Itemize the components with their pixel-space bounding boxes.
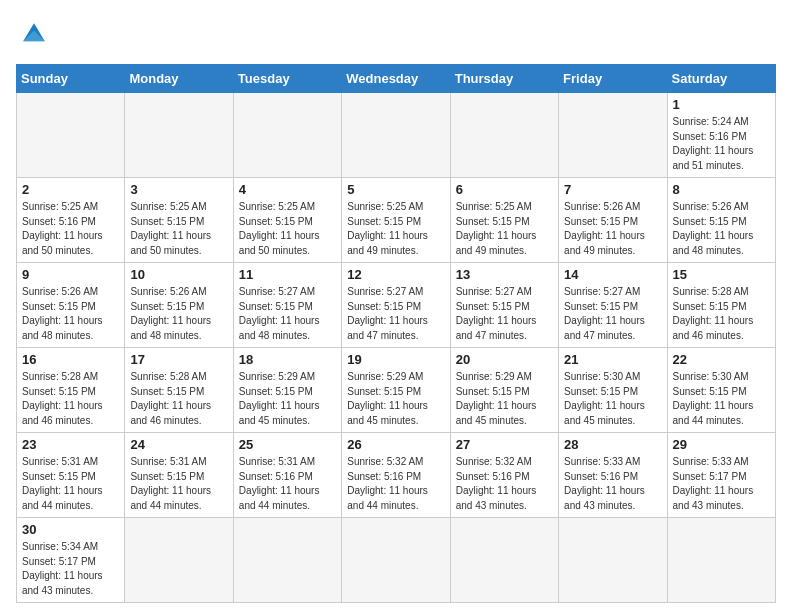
day-info: Sunrise: 5:25 AMSunset: 5:15 PMDaylight:… (130, 200, 227, 258)
day-info: Sunrise: 5:29 AMSunset: 5:15 PMDaylight:… (239, 370, 336, 428)
calendar-cell: 13Sunrise: 5:27 AMSunset: 5:15 PMDayligh… (450, 263, 558, 348)
day-info: Sunrise: 5:29 AMSunset: 5:15 PMDaylight:… (347, 370, 444, 428)
day-number: 18 (239, 352, 336, 367)
calendar-cell: 10Sunrise: 5:26 AMSunset: 5:15 PMDayligh… (125, 263, 233, 348)
calendar-cell: 26Sunrise: 5:32 AMSunset: 5:16 PMDayligh… (342, 433, 450, 518)
calendar-cell: 20Sunrise: 5:29 AMSunset: 5:15 PMDayligh… (450, 348, 558, 433)
calendar-cell: 27Sunrise: 5:32 AMSunset: 5:16 PMDayligh… (450, 433, 558, 518)
day-number: 20 (456, 352, 553, 367)
week-row-0: 1Sunrise: 5:24 AMSunset: 5:16 PMDaylight… (17, 93, 776, 178)
day-info: Sunrise: 5:26 AMSunset: 5:15 PMDaylight:… (673, 200, 770, 258)
calendar-cell (342, 93, 450, 178)
day-number: 16 (22, 352, 119, 367)
day-info: Sunrise: 5:31 AMSunset: 5:16 PMDaylight:… (239, 455, 336, 513)
calendar-cell: 11Sunrise: 5:27 AMSunset: 5:15 PMDayligh… (233, 263, 341, 348)
calendar-cell: 7Sunrise: 5:26 AMSunset: 5:15 PMDaylight… (559, 178, 667, 263)
day-number: 17 (130, 352, 227, 367)
day-number: 15 (673, 267, 770, 282)
day-info: Sunrise: 5:30 AMSunset: 5:15 PMDaylight:… (673, 370, 770, 428)
calendar-cell (342, 518, 450, 603)
day-info: Sunrise: 5:25 AMSunset: 5:16 PMDaylight:… (22, 200, 119, 258)
calendar-cell: 30Sunrise: 5:34 AMSunset: 5:17 PMDayligh… (17, 518, 125, 603)
calendar-cell: 12Sunrise: 5:27 AMSunset: 5:15 PMDayligh… (342, 263, 450, 348)
day-number: 19 (347, 352, 444, 367)
day-number: 7 (564, 182, 661, 197)
day-info: Sunrise: 5:33 AMSunset: 5:17 PMDaylight:… (673, 455, 770, 513)
day-info: Sunrise: 5:31 AMSunset: 5:15 PMDaylight:… (130, 455, 227, 513)
calendar-cell: 2Sunrise: 5:25 AMSunset: 5:16 PMDaylight… (17, 178, 125, 263)
day-number: 10 (130, 267, 227, 282)
day-number: 29 (673, 437, 770, 452)
day-info: Sunrise: 5:26 AMSunset: 5:15 PMDaylight:… (130, 285, 227, 343)
day-info: Sunrise: 5:25 AMSunset: 5:15 PMDaylight:… (347, 200, 444, 258)
calendar-header-thursday: Thursday (450, 65, 558, 93)
day-info: Sunrise: 5:25 AMSunset: 5:15 PMDaylight:… (239, 200, 336, 258)
calendar-cell: 18Sunrise: 5:29 AMSunset: 5:15 PMDayligh… (233, 348, 341, 433)
day-info: Sunrise: 5:26 AMSunset: 5:15 PMDaylight:… (564, 200, 661, 258)
day-number: 26 (347, 437, 444, 452)
day-number: 21 (564, 352, 661, 367)
calendar-cell: 21Sunrise: 5:30 AMSunset: 5:15 PMDayligh… (559, 348, 667, 433)
day-info: Sunrise: 5:32 AMSunset: 5:16 PMDaylight:… (456, 455, 553, 513)
calendar-header-sunday: Sunday (17, 65, 125, 93)
day-info: Sunrise: 5:25 AMSunset: 5:15 PMDaylight:… (456, 200, 553, 258)
calendar-cell (667, 518, 775, 603)
day-info: Sunrise: 5:34 AMSunset: 5:17 PMDaylight:… (22, 540, 119, 598)
calendar-cell (125, 93, 233, 178)
week-row-4: 23Sunrise: 5:31 AMSunset: 5:15 PMDayligh… (17, 433, 776, 518)
calendar-cell: 16Sunrise: 5:28 AMSunset: 5:15 PMDayligh… (17, 348, 125, 433)
day-number: 23 (22, 437, 119, 452)
day-number: 28 (564, 437, 661, 452)
calendar-header-saturday: Saturday (667, 65, 775, 93)
day-info: Sunrise: 5:26 AMSunset: 5:15 PMDaylight:… (22, 285, 119, 343)
calendar-header-friday: Friday (559, 65, 667, 93)
day-number: 14 (564, 267, 661, 282)
day-number: 2 (22, 182, 119, 197)
calendar-cell: 15Sunrise: 5:28 AMSunset: 5:15 PMDayligh… (667, 263, 775, 348)
day-number: 27 (456, 437, 553, 452)
day-number: 3 (130, 182, 227, 197)
day-number: 25 (239, 437, 336, 452)
day-number: 4 (239, 182, 336, 197)
calendar-cell: 17Sunrise: 5:28 AMSunset: 5:15 PMDayligh… (125, 348, 233, 433)
day-number: 11 (239, 267, 336, 282)
calendar-header-tuesday: Tuesday (233, 65, 341, 93)
calendar-header-row: SundayMondayTuesdayWednesdayThursdayFrid… (17, 65, 776, 93)
day-info: Sunrise: 5:29 AMSunset: 5:15 PMDaylight:… (456, 370, 553, 428)
day-info: Sunrise: 5:28 AMSunset: 5:15 PMDaylight:… (673, 285, 770, 343)
day-number: 13 (456, 267, 553, 282)
calendar-cell: 5Sunrise: 5:25 AMSunset: 5:15 PMDaylight… (342, 178, 450, 263)
calendar-cell: 19Sunrise: 5:29 AMSunset: 5:15 PMDayligh… (342, 348, 450, 433)
day-number: 8 (673, 182, 770, 197)
day-info: Sunrise: 5:33 AMSunset: 5:16 PMDaylight:… (564, 455, 661, 513)
calendar-cell: 22Sunrise: 5:30 AMSunset: 5:15 PMDayligh… (667, 348, 775, 433)
calendar-cell: 28Sunrise: 5:33 AMSunset: 5:16 PMDayligh… (559, 433, 667, 518)
day-number: 1 (673, 97, 770, 112)
day-number: 6 (456, 182, 553, 197)
week-row-2: 9Sunrise: 5:26 AMSunset: 5:15 PMDaylight… (17, 263, 776, 348)
calendar-cell: 9Sunrise: 5:26 AMSunset: 5:15 PMDaylight… (17, 263, 125, 348)
calendar-cell (17, 93, 125, 178)
day-number: 9 (22, 267, 119, 282)
calendar: SundayMondayTuesdayWednesdayThursdayFrid… (16, 64, 776, 603)
day-info: Sunrise: 5:27 AMSunset: 5:15 PMDaylight:… (564, 285, 661, 343)
calendar-cell: 6Sunrise: 5:25 AMSunset: 5:15 PMDaylight… (450, 178, 558, 263)
day-info: Sunrise: 5:27 AMSunset: 5:15 PMDaylight:… (347, 285, 444, 343)
logo (16, 16, 58, 52)
day-number: 22 (673, 352, 770, 367)
logo-icon (16, 16, 52, 52)
calendar-cell: 1Sunrise: 5:24 AMSunset: 5:16 PMDaylight… (667, 93, 775, 178)
calendar-cell: 25Sunrise: 5:31 AMSunset: 5:16 PMDayligh… (233, 433, 341, 518)
week-row-1: 2Sunrise: 5:25 AMSunset: 5:16 PMDaylight… (17, 178, 776, 263)
calendar-cell (233, 93, 341, 178)
day-info: Sunrise: 5:31 AMSunset: 5:15 PMDaylight:… (22, 455, 119, 513)
day-info: Sunrise: 5:28 AMSunset: 5:15 PMDaylight:… (22, 370, 119, 428)
day-number: 12 (347, 267, 444, 282)
calendar-header-wednesday: Wednesday (342, 65, 450, 93)
day-number: 5 (347, 182, 444, 197)
calendar-cell (233, 518, 341, 603)
calendar-cell: 29Sunrise: 5:33 AMSunset: 5:17 PMDayligh… (667, 433, 775, 518)
calendar-cell: 14Sunrise: 5:27 AMSunset: 5:15 PMDayligh… (559, 263, 667, 348)
calendar-cell (125, 518, 233, 603)
calendar-cell: 8Sunrise: 5:26 AMSunset: 5:15 PMDaylight… (667, 178, 775, 263)
